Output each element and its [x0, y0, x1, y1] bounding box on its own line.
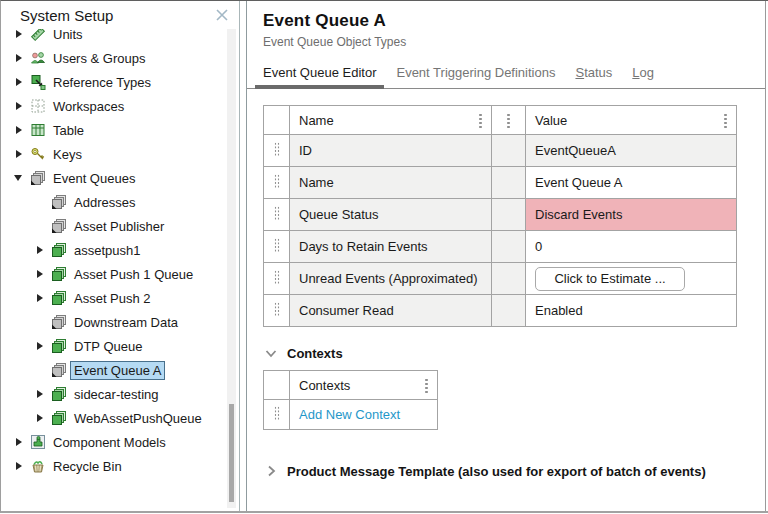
row-grip[interactable] — [264, 295, 290, 327]
expand-arrow-icon[interactable] — [13, 50, 30, 66]
tree-item-reference-types[interactable]: Reference Types — [1, 70, 227, 94]
tree-scrollbar-thumb[interactable] — [229, 404, 234, 502]
drag-grip-icon[interactable] — [274, 406, 280, 420]
expand-arrow-icon[interactable] — [13, 122, 30, 138]
expand-arrow-icon[interactable] — [13, 98, 30, 114]
tree-item-label: Workspaces — [50, 98, 127, 115]
tree-item-sidecar-testing[interactable]: sidecar-testing — [1, 382, 227, 406]
tree-item-label: Downstream Data — [71, 314, 181, 331]
contexts-section-header[interactable]: Contexts — [263, 345, 765, 361]
add-context-row: Add New Context — [264, 400, 438, 430]
property-value[interactable]: 0 — [526, 231, 737, 263]
expand-arrow-icon[interactable] — [13, 434, 30, 450]
expand-arrow-icon[interactable] — [13, 74, 30, 90]
value-column-header[interactable]: Value — [526, 106, 737, 135]
tree-scrollbar[interactable] — [227, 29, 236, 508]
row-grip[interactable] — [264, 400, 290, 430]
tree-item-label: sidecar-testing — [71, 386, 162, 403]
tree-item-label: Keys — [50, 146, 85, 163]
column-menu-icon[interactable] — [479, 113, 482, 128]
tree-item-workspaces[interactable]: Workspaces — [1, 94, 227, 118]
expand-arrow-icon[interactable] — [34, 290, 51, 306]
tab-bar: Event Queue Editor Event Triggering Defi… — [247, 59, 765, 89]
tab-log[interactable]: Log — [624, 59, 662, 88]
row-grip[interactable] — [264, 263, 290, 295]
chevron-right-icon[interactable] — [263, 463, 279, 479]
expand-arrow-icon[interactable] — [34, 338, 51, 354]
row-grip[interactable] — [264, 135, 290, 167]
tab-status[interactable]: Status — [567, 59, 620, 88]
collapse-arrow-icon[interactable] — [13, 170, 30, 186]
tree-item-event-queue-a[interactable]: Event Queue A — [1, 358, 227, 382]
expand-arrow-icon[interactable] — [34, 410, 51, 426]
tree-item-label: assetpush1 — [71, 242, 144, 259]
event-queue-icon — [51, 338, 71, 354]
expand-arrow-icon[interactable] — [13, 29, 30, 42]
column-menu-icon[interactable] — [507, 113, 510, 128]
property-name: ID — [290, 135, 492, 167]
chevron-down-icon[interactable] — [263, 345, 279, 361]
drag-grip-icon[interactable] — [274, 238, 280, 252]
property-table: Name Value ID EventQueueA — [263, 105, 737, 327]
users-groups-icon — [30, 50, 50, 66]
property-value-button-cell: Click to Estimate ... — [526, 263, 737, 295]
click-to-estimate-button[interactable]: Click to Estimate ... — [535, 267, 685, 291]
property-value-error[interactable]: Discard Events — [526, 199, 737, 231]
tree-item-label: Component Models — [50, 434, 169, 451]
panel-title: System Setup — [20, 7, 213, 24]
tree-item-dtp-queue[interactable]: DTP Queue — [1, 334, 227, 358]
row-grip[interactable] — [264, 167, 290, 199]
tree-item-webassetpushqueue[interactable]: WebAssetPushQueue — [1, 406, 227, 430]
column-menu-icon[interactable] — [425, 378, 428, 393]
expand-arrow-icon[interactable] — [34, 386, 51, 402]
grip-header-cell — [264, 371, 290, 400]
expand-arrow-icon[interactable] — [34, 242, 51, 258]
tab-event-triggering-definitions[interactable]: Event Triggering Definitions — [388, 59, 563, 88]
table-row-unread-events: Unread Events (Approximated) Click to Es… — [264, 263, 737, 295]
panel-titlebar: System Setup — [1, 1, 239, 29]
property-value[interactable]: Event Queue A — [526, 167, 737, 199]
mid-column-header[interactable] — [492, 106, 526, 135]
expand-arrow-icon[interactable] — [13, 146, 30, 162]
property-name: Queue Status — [290, 199, 492, 231]
drag-grip-icon[interactable] — [274, 174, 280, 188]
tree-item-users-groups[interactable]: Users & Groups — [1, 46, 227, 70]
drag-grip-icon[interactable] — [274, 270, 280, 284]
tree-item-asset-push-1-queue[interactable]: Asset Push 1 Queue — [1, 262, 227, 286]
tree-item-keys[interactable]: Keys — [1, 142, 227, 166]
tree-item-label: Recycle Bin — [50, 458, 125, 475]
drag-grip-icon[interactable] — [274, 302, 280, 316]
tree-item-label: Addresses — [71, 194, 138, 211]
tree-item-component-models[interactable]: Component Models — [1, 430, 227, 454]
property-value[interactable]: Enabled — [526, 295, 737, 327]
table-row-consumer-read: Consumer Read Enabled — [264, 295, 737, 327]
name-column-header[interactable]: Name — [290, 106, 492, 135]
tree-item-asset-publisher[interactable]: Asset Publisher — [1, 214, 227, 238]
tree-item-table[interactable]: Table — [1, 118, 227, 142]
drag-grip-icon[interactable] — [274, 142, 280, 156]
contexts-column-header[interactable]: Contexts — [290, 371, 438, 400]
drag-grip-icon[interactable] — [274, 206, 280, 220]
add-new-context-link[interactable]: Add New Context — [299, 407, 400, 422]
add-new-context-cell: Add New Context — [290, 400, 438, 430]
property-name: Days to Retain Events — [290, 231, 492, 263]
column-menu-icon[interactable] — [724, 113, 727, 128]
expand-arrow-icon[interactable] — [13, 458, 30, 474]
tab-event-queue-editor[interactable]: Event Queue Editor — [255, 59, 384, 88]
tree-item-assetpush1[interactable]: assetpush1 — [1, 238, 227, 262]
tree-item-addresses[interactable]: Addresses — [1, 190, 227, 214]
tree-item-units[interactable]: Units — [1, 29, 227, 46]
tree-item-event-queues[interactable]: Event Queues — [1, 166, 227, 190]
expand-arrow-icon[interactable] — [34, 266, 51, 282]
expander-spacer — [34, 362, 51, 378]
close-icon[interactable] — [213, 6, 231, 24]
tree-item-asset-push-2[interactable]: Asset Push 2 — [1, 286, 227, 310]
event-queue-icon — [51, 218, 71, 234]
name-header-label: Name — [299, 113, 334, 128]
product-message-template-section-header[interactable]: Product Message Template (also used for … — [263, 463, 765, 479]
tree-item-recycle-bin[interactable]: Recycle Bin — [1, 454, 227, 478]
row-grip[interactable] — [264, 199, 290, 231]
event-queue-icon — [51, 362, 71, 378]
row-grip[interactable] — [264, 231, 290, 263]
tree-item-downstream-data[interactable]: Downstream Data — [1, 310, 227, 334]
